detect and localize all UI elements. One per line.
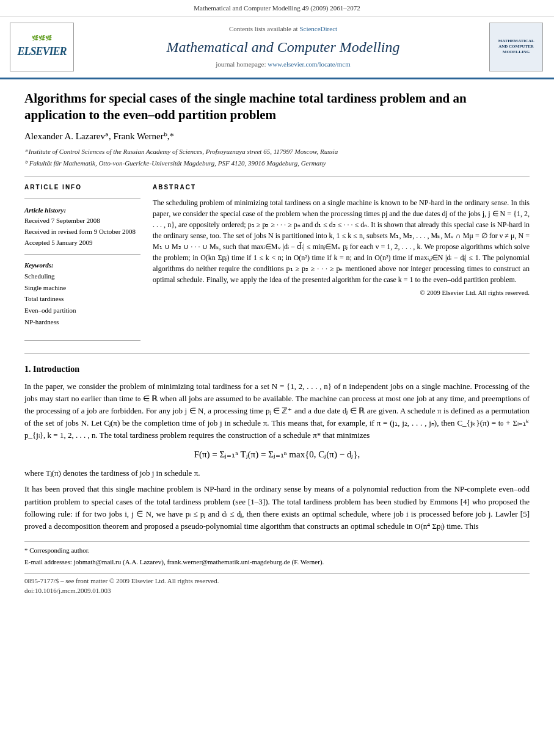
intro-para1: In the paper, we consider the problem of… [24, 380, 530, 442]
article-history: Article history: Received 7 September 20… [24, 205, 140, 248]
keywords-divider [24, 254, 140, 255]
homepage-line: journal homepage: www.elsevier.com/locat… [83, 60, 483, 70]
history-label: Article history: [24, 205, 140, 216]
copyright-notice: © 2009 Elsevier Ltd. All rights reserved… [153, 288, 530, 298]
keywords-label: Keywords: [24, 261, 140, 271]
journal-header: 🌿🌿🌿 ELSEVIER Contents lists available at… [0, 16, 554, 79]
abstract-col: ABSTRACT The scheduling problem of minim… [153, 183, 530, 346]
doi-line: doi:10.1016/j.mcm.2009.01.003 [24, 586, 530, 596]
footnote-email: E-mail addresses: jobmath@mail.ru (A.A. … [24, 557, 530, 567]
intro-heading: 1. Introduction [24, 363, 530, 376]
keywords-list: Scheduling Single machine Total tardines… [24, 271, 140, 327]
contents-label: Contents lists available at [229, 25, 298, 32]
footnote-star: * Corresponding author. [24, 545, 530, 556]
intro-para2: where Tⱼ(π) denotes the tardiness of job… [24, 467, 530, 479]
page-footer: 0895-7177/$ – see front matter © 2009 El… [24, 573, 530, 596]
bottom-divider-left [24, 340, 140, 341]
received-date: Received 7 September 2008 [24, 216, 140, 227]
journal-title-area: Contents lists available at ScienceDirec… [83, 24, 483, 70]
header-divider [24, 176, 530, 177]
abstract-heading: ABSTRACT [153, 183, 530, 192]
affiliation-a: ᵃ Institute of Control Sciences of the R… [24, 147, 530, 157]
intro-divider [24, 353, 530, 354]
keyword-3: Total tardiness [24, 293, 140, 305]
affiliations: ᵃ Institute of Control Sciences of the R… [24, 147, 530, 168]
sciencedirect-link[interactable]: ScienceDirect [299, 25, 337, 32]
formula-block: F(π) = Σⱼ₌₁ⁿ Tⱼ(π) = Σⱼ₌₁ⁿ max{0, Cⱼ(π) … [24, 448, 530, 462]
authors-text: Alexander A. Lazarevᵃ, Frank Wernerᵇ,* [24, 131, 174, 141]
abstract-text: The scheduling problem of minimizing tot… [153, 197, 530, 298]
revised-date: Received in revised form 9 October 2008 [24, 227, 140, 238]
sciencedirect-line: Contents lists available at ScienceDirec… [83, 24, 483, 34]
accepted-date: Accepted 5 January 2009 [24, 238, 140, 249]
keyword-2: Single machine [24, 282, 140, 294]
keyword-5: NP-hardness [24, 316, 140, 328]
elsevier-logo-area: 🌿🌿🌿 ELSEVIER [10, 23, 77, 71]
homepage-link[interactable]: www.elsevier.com/locate/mcm [268, 60, 351, 68]
formula-text: F(π) = Σⱼ₌₁ⁿ Tⱼ(π) = Σⱼ₌₁ⁿ max{0, Cⱼ(π) … [194, 449, 360, 459]
intro-para3: It has been proved that this single mach… [24, 483, 530, 532]
homepage-label: journal homepage: [216, 60, 266, 68]
journal-thumbnail: MATHEMATICAL AND COMPUTER MODELLING [489, 23, 543, 71]
info-divider [24, 198, 140, 199]
logo-decoration: 🌿🌿🌿 [32, 34, 52, 42]
keyword-4: Even–odd partition [24, 305, 140, 316]
article-info-abstract: ARTICLE INFO Article history: Received 7… [24, 183, 530, 346]
article-info-col: ARTICLE INFO Article history: Received 7… [24, 183, 140, 346]
intro-heading-text: 1. Introduction [24, 365, 79, 374]
elsevier-logo-box: 🌿🌿🌿 ELSEVIER [10, 23, 74, 71]
footnotes: * Corresponding author. E-mail addresses… [24, 541, 530, 567]
article-info-heading: ARTICLE INFO [24, 183, 140, 192]
journal-name: Mathematical and Computer Modelling [83, 37, 483, 58]
authors-line: Alexander A. Lazarevᵃ, Frank Wernerᵇ,* [24, 130, 530, 144]
issn-line: 0895-7177/$ – see front matter © 2009 El… [24, 576, 530, 586]
thumb-text: MATHEMATICAL AND COMPUTER MODELLING [498, 38, 534, 55]
affiliation-b: ᵇ Fakultät für Mathematik, Otto-von-Guer… [24, 158, 530, 169]
elsevier-wordmark: ELSEVIER [17, 43, 66, 59]
journal-citation-bar: Mathematical and Computer Modelling 49 (… [0, 0, 554, 16]
article-title: Algorithms for special cases of the sing… [24, 90, 530, 124]
abstract-body: The scheduling problem of minimizing tot… [153, 197, 530, 285]
main-content: Algorithms for special cases of the sing… [0, 79, 554, 602]
keyword-1: Scheduling [24, 271, 140, 282]
keywords-section: Keywords: Scheduling Single machine Tota… [24, 261, 140, 327]
journal-citation-text: Mathematical and Computer Modelling 49 (… [194, 4, 360, 12]
journal-thumbnail-area: MATHEMATICAL AND COMPUTER MODELLING [489, 23, 544, 71]
